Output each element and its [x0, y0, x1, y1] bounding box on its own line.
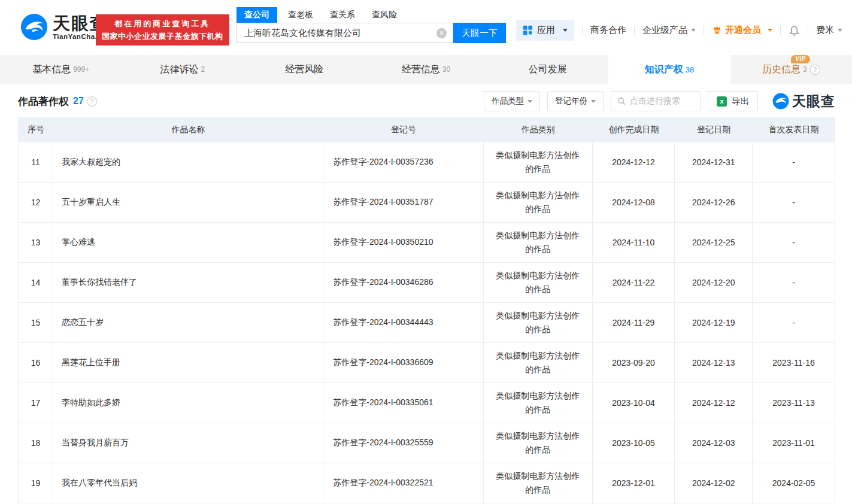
register-year-filter[interactable]: 登记年份 — [547, 91, 604, 111]
export-button[interactable]: x 导出 — [708, 91, 758, 111]
registration-date: 2024-12-13 — [675, 343, 753, 382]
tianyancha-logo-icon — [20, 13, 48, 41]
caret-down-icon — [691, 29, 696, 32]
registration-date: 2024-12-02 — [675, 463, 753, 503]
caret-down-icon — [768, 29, 772, 32]
header-registration-number: 登记号 — [323, 117, 484, 142]
enterprise-products-menu[interactable]: 企业级产品 — [642, 25, 696, 36]
row-index: 12 — [19, 183, 53, 222]
registration-number: 苏作登字-2024-I-00335061 — [323, 383, 484, 423]
search-tab-3[interactable]: 查关系 — [330, 10, 355, 23]
registration-number: 苏作登字-2024-I-00351787 — [323, 183, 484, 222]
user-menu[interactable]: 费米 — [816, 25, 842, 36]
work-category: 类似摄制电影方法创作的作品 — [484, 303, 593, 342]
caret-down-icon — [527, 100, 532, 103]
company-search-input[interactable] — [237, 28, 453, 38]
creation-date: 2023-12-01 — [593, 463, 675, 503]
vip-badge: VIP — [791, 55, 810, 63]
register-year-filter-label: 登记年份 — [555, 96, 587, 107]
header-registration-date: 登记日期 — [675, 117, 753, 142]
export-label: 导出 — [732, 96, 749, 107]
apps-menu[interactable]: 应用 — [516, 20, 574, 41]
work-name: 我家大叔超宠的 — [53, 142, 323, 182]
row-index: 19 — [19, 463, 53, 503]
search-tab-2[interactable]: 查老板 — [288, 10, 313, 23]
table-row: 12五十岁重启人生苏作登字-2024-I-00351787类似摄制电影方法创作的… — [19, 183, 835, 223]
section-count: 27 — [73, 96, 84, 107]
work-category: 类似摄制电影方法创作的作品 — [484, 383, 593, 423]
business-cooperation-link[interactable]: 商务合作 — [590, 25, 626, 36]
help-icon[interactable]: ? — [810, 65, 820, 75]
registration-date: 2024-12-26 — [675, 183, 753, 222]
clear-input-icon[interactable]: ✕ — [436, 28, 447, 38]
search-tab-1[interactable]: 查公司 — [237, 7, 277, 23]
nav-tab-count: 999+ — [73, 65, 89, 74]
registration-date: 2024-12-31 — [675, 142, 753, 182]
first-publish-date: - — [753, 303, 835, 342]
work-category: 类似摄制电影方法创作的作品 — [484, 463, 593, 503]
nav-tab-1[interactable]: 基本信息999+ — [0, 55, 122, 84]
search-input-wrap: ✕ — [237, 23, 453, 43]
section-title-group: 作品著作权 27 ? — [18, 95, 97, 108]
header-right-menu: 应用 商务合作 企业级产品 开通会员 费米 — [516, 20, 842, 41]
registration-date: 2024-12-12 — [675, 383, 753, 423]
nav-tab-3[interactable]: 经营风险 — [244, 55, 365, 84]
divider — [582, 26, 583, 35]
row-index: 13 — [19, 223, 53, 262]
registration-number: 苏作登字-2024-I-00357236 — [323, 142, 484, 182]
first-publish-date: - — [753, 183, 835, 222]
creation-date: 2023-10-04 — [593, 383, 675, 423]
header-creation-date: 创作完成日期 — [593, 117, 675, 142]
work-name: 掌心难逃 — [53, 223, 323, 262]
slogan-line1: 都在用的商业查询工具 — [102, 17, 223, 30]
nav-tab-6[interactable]: 知识产权38 — [608, 55, 730, 84]
table-row: 17李特助如此多娇苏作登字-2024-I-00335061类似摄制电影方法创作的… — [19, 383, 835, 423]
nav-tab-count: 2 — [201, 65, 205, 74]
table-search-input[interactable]: 点击进行搜索 — [611, 91, 701, 111]
search-button[interactable]: 天眼一下 — [453, 23, 506, 43]
excel-icon: x — [717, 96, 727, 107]
nav-tab-count: 3 — [803, 65, 807, 74]
nav-tab-label: 基本信息 — [32, 64, 71, 74]
registration-date: 2024-12-19 — [675, 303, 753, 342]
top-header: 天眼查 TianYanCha.com 都在用的商业查询工具 国家中小企业发展子基… — [0, 0, 852, 55]
nav-tab-5[interactable]: 公司发展 — [487, 55, 608, 84]
row-index: 17 — [19, 383, 53, 423]
work-type-filter[interactable]: 作品类型 — [484, 91, 540, 111]
notification-bell-icon[interactable] — [789, 25, 800, 36]
row-index: 18 — [19, 423, 53, 463]
work-name: 当替身我月薪百万 — [53, 423, 323, 463]
nav-tab-label: 法律诉讼 — [160, 64, 199, 74]
first-publish-date: 2024-02-05 — [753, 463, 835, 503]
first-publish-date: - — [753, 223, 835, 262]
row-index: 16 — [19, 343, 53, 382]
first-publish-date: 2023-11-13 — [753, 383, 835, 423]
work-name: 恋恋五十岁 — [53, 303, 323, 342]
header-work-name: 作品名称 — [53, 117, 323, 142]
divider — [634, 26, 635, 35]
section-head: 作品著作权 27 ? 作品类型 登记年份 点击进行搜索 x 导出 天眼查 — [18, 91, 835, 111]
nav-tab-7[interactable]: VIP历史信息3? — [730, 55, 852, 84]
nav-tab-label: 公司发展 — [529, 64, 567, 74]
first-publish-date: 2023-11-01 — [753, 423, 835, 463]
first-publish-date: - — [753, 142, 835, 182]
header-work-category: 作品类别 — [484, 117, 593, 142]
search-area: 查公司查老板查关系查风险 ✕ 天眼一下 — [237, 7, 506, 43]
registration-number: 苏作登字-2024-I-00322521 — [323, 463, 484, 503]
nav-tab-2[interactable]: 法律诉讼2 — [122, 55, 243, 84]
open-membership-menu[interactable]: 开通会员 — [712, 25, 772, 36]
caret-down-icon — [591, 100, 596, 103]
apps-label: 应用 — [537, 25, 555, 36]
copyright-table: 序号 作品名称 登记号 作品类别 创作完成日期 登记日期 首次发表日期 11我家… — [18, 117, 835, 504]
registration-number: 苏作登字-2024-I-00344443 — [323, 303, 484, 342]
nav-tab-label: 知识产权 — [645, 64, 683, 74]
nav-tab-4[interactable]: 经营信息30 — [365, 55, 487, 84]
help-icon[interactable]: ? — [87, 96, 97, 107]
registration-date: 2024-12-25 — [675, 223, 753, 262]
slogan-line2: 国家中小企业发展子基金旗下机构 — [102, 30, 223, 42]
work-name: 五十岁重启人生 — [53, 183, 323, 222]
search-tab-4[interactable]: 查风险 — [372, 10, 397, 23]
open-membership-label: 开通会员 — [725, 25, 761, 36]
creation-date: 2024-11-29 — [593, 303, 675, 342]
divider — [808, 26, 808, 35]
